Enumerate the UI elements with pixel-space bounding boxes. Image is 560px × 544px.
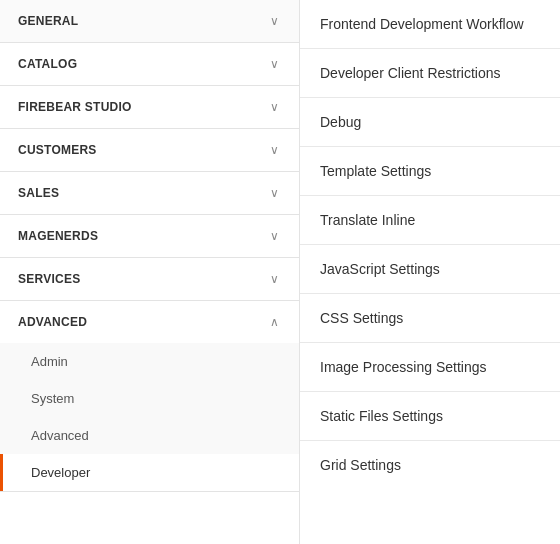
sidebar-subitem-system[interactable]: System (0, 380, 299, 417)
chevron-down-icon: ∨ (267, 143, 281, 157)
sidebar-section-label-magenerds: MAGENERDS (18, 229, 98, 243)
sidebar-section-header-services[interactable]: SERVICES∨ (0, 258, 299, 300)
sidebar-section-magenerds: MAGENERDS∨ (0, 215, 299, 258)
sidebar-section-label-general: GENERAL (18, 14, 78, 28)
chevron-down-icon: ∨ (267, 57, 281, 71)
sidebar-section-header-general[interactable]: GENERAL∨ (0, 0, 299, 42)
chevron-down-icon: ∨ (267, 14, 281, 28)
content-item-frontend-dev-workflow[interactable]: Frontend Development Workflow (300, 0, 560, 49)
chevron-up-icon: ∧ (267, 315, 281, 329)
content-item-image-processing-settings[interactable]: Image Processing Settings (300, 343, 560, 392)
sidebar-subitem-advanced-sub[interactable]: Advanced (0, 417, 299, 454)
content-item-template-settings[interactable]: Template Settings (300, 147, 560, 196)
sidebar-section-label-firebear-studio: FIREBEAR STUDIO (18, 100, 132, 114)
sidebar-section-firebear-studio: FIREBEAR STUDIO∨ (0, 86, 299, 129)
sidebar-subitems-advanced: AdminSystemAdvancedDeveloper (0, 343, 299, 491)
content-item-css-settings[interactable]: CSS Settings (300, 294, 560, 343)
chevron-down-icon: ∨ (267, 186, 281, 200)
content-item-javascript-settings[interactable]: JavaScript Settings (300, 245, 560, 294)
content-panel: Frontend Development WorkflowDeveloper C… (300, 0, 560, 544)
chevron-down-icon: ∨ (267, 100, 281, 114)
content-item-translate-inline[interactable]: Translate Inline (300, 196, 560, 245)
chevron-down-icon: ∨ (267, 272, 281, 286)
sidebar-section-catalog: CATALOG∨ (0, 43, 299, 86)
sidebar-subitem-admin[interactable]: Admin (0, 343, 299, 380)
sidebar-section-header-advanced[interactable]: ADVANCED∧ (0, 301, 299, 343)
sidebar-section-label-customers: CUSTOMERS (18, 143, 97, 157)
sidebar-section-sales: SALES∨ (0, 172, 299, 215)
sidebar-section-general: GENERAL∨ (0, 0, 299, 43)
sidebar-section-label-services: SERVICES (18, 272, 80, 286)
chevron-down-icon: ∨ (267, 229, 281, 243)
sidebar-section-header-firebear-studio[interactable]: FIREBEAR STUDIO∨ (0, 86, 299, 128)
sidebar: GENERAL∨CATALOG∨FIREBEAR STUDIO∨CUSTOMER… (0, 0, 300, 544)
sidebar-section-customers: CUSTOMERS∨ (0, 129, 299, 172)
sidebar-section-services: SERVICES∨ (0, 258, 299, 301)
sidebar-section-label-catalog: CATALOG (18, 57, 77, 71)
sidebar-subitem-developer[interactable]: Developer (0, 454, 299, 491)
content-item-grid-settings[interactable]: Grid Settings (300, 441, 560, 489)
content-item-debug[interactable]: Debug (300, 98, 560, 147)
content-item-static-files-settings[interactable]: Static Files Settings (300, 392, 560, 441)
sidebar-section-header-customers[interactable]: CUSTOMERS∨ (0, 129, 299, 171)
sidebar-section-label-sales: SALES (18, 186, 59, 200)
sidebar-section-header-catalog[interactable]: CATALOG∨ (0, 43, 299, 85)
sidebar-section-header-magenerds[interactable]: MAGENERDS∨ (0, 215, 299, 257)
sidebar-section-advanced: ADVANCED∧AdminSystemAdvancedDeveloper (0, 301, 299, 492)
content-item-developer-client-restrictions[interactable]: Developer Client Restrictions (300, 49, 560, 98)
sidebar-section-label-advanced: ADVANCED (18, 315, 87, 329)
sidebar-section-header-sales[interactable]: SALES∨ (0, 172, 299, 214)
